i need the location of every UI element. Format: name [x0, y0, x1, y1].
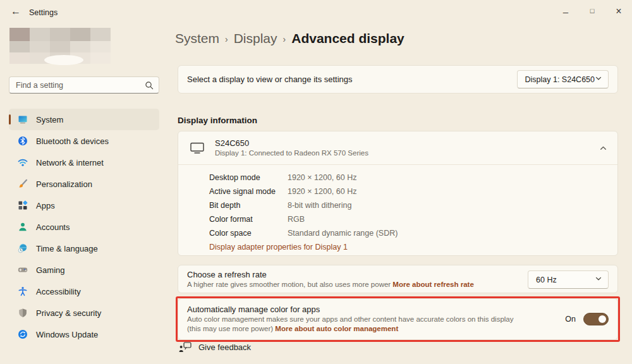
feedback-icon — [179, 342, 191, 353]
detail-label: Bit depth — [209, 201, 288, 210]
globe-clock-icon — [18, 243, 28, 253]
auto-color-management-card: Automatically manage color for apps Auto… — [178, 298, 618, 340]
bluetooth-icon — [18, 136, 28, 146]
sidebar-item-network-internet[interactable]: Network & internet — [9, 152, 159, 173]
display-details: Desktop mode 1920 × 1200, 60 Hz Active s… — [178, 165, 617, 254]
sidebar-item-label: Privacy & security — [36, 308, 101, 318]
sidebar-item-label: Windows Update — [36, 330, 98, 339]
settings-sidebar: System Bluetooth & devices Network & int… — [9, 109, 159, 345]
sidebar-item-system[interactable]: System — [9, 109, 159, 130]
detail-row: Color space Standard dynamic range (SDR) — [209, 226, 617, 240]
section-title-display-information: Display information — [178, 116, 257, 125]
paintbrush-icon — [18, 179, 28, 189]
sidebar-item-label: Bluetooth & devices — [36, 136, 109, 146]
detail-row: Bit depth 8-bit with dithering — [209, 198, 617, 212]
sidebar-item-label: Accounts — [36, 222, 70, 232]
update-refresh-icon — [18, 329, 28, 339]
accessibility-person-icon — [18, 286, 28, 296]
detail-label: Color space — [209, 229, 288, 238]
chevron-up-icon[interactable] — [599, 144, 607, 152]
sidebar-item-bluetooth-devices[interactable]: Bluetooth & devices — [9, 130, 159, 152]
window-controls: – □ × — [552, 0, 632, 23]
sidebar-item-accessibility[interactable]: Accessibility — [9, 281, 159, 302]
feedback-label: Give feedback — [198, 343, 251, 352]
refresh-rate-description: A higher rate gives smoother motion, but… — [187, 281, 392, 288]
more-about-refresh-rate-link[interactable]: More about refresh rate — [392, 281, 473, 288]
sidebar-item-label: Personalization — [36, 179, 92, 189]
auto-color-toggle[interactable] — [583, 313, 609, 325]
monitor-name: S24C650 — [215, 138, 368, 149]
display-select-dropdown[interactable]: Display 1: S24C650 — [517, 70, 609, 88]
selected-indicator — [9, 114, 11, 124]
breadcrumb-display[interactable]: Display — [234, 31, 277, 46]
page-title: Advanced display — [291, 31, 404, 46]
auto-color-title: Automatically manage color for apps — [187, 304, 529, 315]
display-select-value: Display 1: S24C650 — [525, 75, 595, 84]
detail-row: Desktop mode 1920 × 1200, 60 Hz — [209, 171, 617, 185]
detail-value: Standard dynamic range (SDR) — [288, 229, 398, 238]
display-information-card: S24C650 Display 1: Connected to Radeon R… — [178, 131, 618, 256]
toggle-knob — [599, 315, 606, 323]
detail-label: Color format — [209, 215, 288, 224]
person-icon — [18, 222, 28, 232]
detail-label: Active signal mode — [209, 187, 288, 196]
system-icon — [18, 114, 28, 124]
sidebar-item-personalization[interactable]: Personalization — [9, 173, 159, 195]
refresh-rate-dropdown[interactable]: 60 Hz — [528, 270, 609, 289]
maximize-button[interactable]: □ — [579, 0, 605, 23]
apps-grid-icon — [18, 200, 28, 210]
breadcrumb-separator: › — [283, 33, 286, 44]
minimize-button[interactable]: – — [552, 0, 579, 23]
chevron-down-icon — [595, 75, 602, 84]
close-button[interactable]: × — [605, 0, 632, 23]
search-box — [9, 76, 159, 94]
more-about-auto-color-link[interactable]: More about auto color management — [275, 325, 398, 332]
select-display-card: Select a display to view or change its s… — [178, 65, 618, 94]
sidebar-item-accounts[interactable]: Accounts — [9, 216, 159, 238]
sidebar-item-time-language[interactable]: Time & language — [9, 238, 159, 259]
sidebar-item-label: Accessibility — [36, 287, 81, 296]
sidebar-item-label: Apps — [36, 201, 55, 210]
sidebar-item-label: Time & language — [36, 244, 98, 253]
back-button[interactable]: ← — [8, 4, 24, 19]
breadcrumb: System › Display › Advanced display — [175, 31, 404, 46]
select-display-label: Select a display to view or change its s… — [187, 75, 353, 84]
sidebar-item-windows-update[interactable]: Windows Update — [9, 324, 159, 345]
monitor-subtitle: Display 1: Connected to Radeon RX 570 Se… — [215, 149, 368, 157]
sidebar-item-label: Gaming — [36, 265, 65, 275]
sidebar-item-privacy-security[interactable]: Privacy & security — [9, 302, 159, 324]
give-feedback[interactable]: Give feedback — [179, 342, 251, 353]
detail-value: 1920 × 1200, 60 Hz — [288, 173, 356, 182]
magnifier-icon[interactable] — [142, 81, 156, 90]
breadcrumb-system[interactable]: System — [175, 31, 219, 46]
avatar-circle-fragment — [44, 55, 83, 65]
detail-value: 8-bit with dithering — [288, 201, 351, 210]
toggle-state-label: On — [565, 315, 576, 324]
breadcrumb-separator: › — [225, 33, 228, 44]
shield-icon — [18, 308, 28, 318]
search-input[interactable] — [9, 81, 142, 90]
display-information-header[interactable]: S24C650 Display 1: Connected to Radeon R… — [178, 131, 617, 165]
refresh-rate-value: 60 Hz — [536, 276, 557, 284]
refresh-rate-title: Choose a refresh rate — [187, 269, 523, 280]
detail-value: 1920 × 1200, 60 Hz — [288, 187, 356, 196]
detail-label: Desktop mode — [209, 173, 288, 182]
detail-value: RGB — [288, 215, 305, 224]
wifi-icon — [18, 157, 28, 167]
titlebar: ← Settings – □ × — [0, 0, 632, 23]
gamepad-icon — [18, 265, 28, 275]
refresh-rate-card: Choose a refresh rate A higher rate give… — [178, 265, 618, 293]
monitor-icon — [190, 142, 205, 154]
sidebar-item-gaming[interactable]: Gaming — [9, 259, 159, 281]
sidebar-item-label: System — [36, 115, 63, 124]
chevron-down-icon — [595, 275, 602, 284]
sidebar-item-label: Network & internet — [36, 158, 104, 167]
detail-row: Active signal mode 1920 × 1200, 60 Hz — [209, 185, 617, 198]
display-adapter-properties-link[interactable]: Display adapter properties for Display 1 — [209, 240, 617, 254]
detail-row: Color format RGB — [209, 212, 617, 226]
sidebar-item-apps[interactable]: Apps — [9, 195, 159, 216]
app-title: Settings — [29, 8, 58, 17]
